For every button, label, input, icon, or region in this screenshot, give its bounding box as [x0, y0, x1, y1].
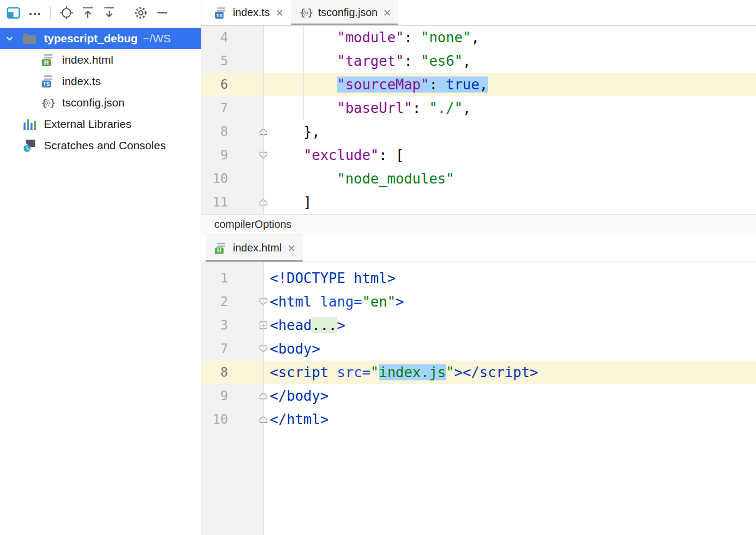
tab-index-ts[interactable]: TSindex.ts× — [206, 0, 291, 25]
tree-item-label: External Libraries — [44, 118, 131, 131]
svg-text:H: H — [217, 247, 222, 254]
code-text[interactable]: "module": "none", — [263, 26, 756, 49]
file-ts-icon: TS — [40, 73, 56, 89]
chevron-down-icon[interactable] — [4, 33, 21, 44]
folded-region-icon[interactable] — [258, 320, 269, 331]
breadcrumb-bar: compilerOptions — [201, 214, 756, 234]
line-number: 1 — [201, 266, 228, 290]
code-text[interactable]: "exclude": [ — [263, 143, 756, 167]
file-html-icon: H — [40, 52, 56, 68]
tsconfig-code-area: 4 "module": "none",5 "target": "es6",6 "… — [201, 26, 756, 214]
fold-gutter — [228, 384, 263, 408]
code-line: 8<script src="index.js"></script> — [201, 361, 756, 384]
code-text[interactable]: <head...> — [263, 314, 756, 337]
close-icon[interactable]: × — [276, 6, 283, 19]
code-line: 8 }, — [201, 120, 756, 143]
tree-item-external-libraries[interactable]: External Libraries — [0, 113, 201, 135]
tree-item-label: index.ts — [62, 75, 101, 88]
fold-end-icon[interactable] — [258, 126, 269, 137]
line-number: 8 — [201, 361, 228, 384]
code-text[interactable]: ] — [263, 190, 756, 214]
code-line: 7<body> — [201, 337, 756, 361]
code-line: 5 "target": "es6", — [201, 49, 756, 73]
fold-end-icon[interactable] — [258, 197, 269, 208]
line-number: 7 — [201, 96, 228, 120]
code-text[interactable]: <!DOCTYPE html> — [263, 266, 756, 290]
file-html-icon: H — [213, 241, 228, 256]
tree-item-index-html[interactable]: Hindex.html — [0, 49, 201, 71]
code-line: 4 "module": "none", — [201, 26, 756, 49]
expand-all-icon[interactable] — [99, 3, 119, 23]
code-line: 2<html lang="en"> — [201, 290, 756, 314]
code-line: 6 "sourceMap": true, — [201, 73, 756, 96]
code-text[interactable]: </body> — [263, 384, 756, 408]
close-icon[interactable]: × — [383, 6, 391, 19]
editor-bottom: Hindex.html× 1<!DOCTYPE html>2<html lang… — [201, 234, 756, 535]
breadcrumb[interactable]: compilerOptions — [214, 218, 292, 231]
fold-gutter — [228, 337, 263, 361]
folder-icon — [21, 30, 37, 47]
svg-text:TS: TS — [216, 13, 223, 18]
code-text[interactable]: "node_modules" — [263, 167, 756, 190]
fold-gutter — [228, 73, 263, 96]
tree-item-label: index.html — [62, 54, 114, 66]
tree-item-index-ts[interactable]: TSindex.ts — [0, 71, 201, 92]
code-line: 9</body> — [201, 384, 756, 408]
svg-text:{: { — [300, 7, 305, 18]
tree-item-scratches-and-consoles[interactable]: Scratches and Consoles — [0, 135, 201, 156]
fold-gutter — [228, 408, 263, 431]
fold-gutter — [228, 120, 263, 143]
tab-tsconfig-json[interactable]: {}tsconfig.json× — [291, 0, 398, 25]
indent-guide — [303, 26, 304, 120]
close-icon[interactable]: × — [288, 242, 295, 255]
line-number: 5 — [201, 49, 228, 73]
svg-text:{: { — [41, 97, 47, 109]
tab-label: index.html — [233, 242, 282, 254]
fold-start-icon[interactable] — [258, 296, 269, 307]
tree-item-label: tsconfig.json — [62, 96, 125, 109]
tsconfig-lines: 4 "module": "none",5 "target": "es6",6 "… — [201, 26, 756, 214]
editor-top: TSindex.ts×{}tsconfig.json× 4 "module": … — [201, 0, 756, 234]
line-number: 9 — [201, 384, 228, 408]
tree-item-typescript-debug[interactable]: typescript_debug~/WS — [0, 28, 201, 49]
svg-text:TS: TS — [43, 81, 50, 87]
line-number: 10 — [201, 408, 228, 431]
html-code-area: 1<!DOCTYPE html>2<html lang="en">3<head.… — [201, 262, 756, 535]
hide-panel-icon[interactable] — [152, 3, 172, 23]
file-ts-icon: TS — [213, 5, 228, 20]
code-line: 10</html> — [201, 408, 756, 431]
project-toolbar — [0, 0, 201, 26]
tab-index-html[interactable]: Hindex.html× — [206, 234, 303, 262]
tab-label: index.ts — [233, 6, 270, 19]
code-text[interactable]: <body> — [263, 337, 756, 361]
svg-text:}: } — [308, 7, 313, 18]
fold-end-icon[interactable] — [258, 391, 269, 401]
editor-area: TSindex.ts×{}tsconfig.json× 4 "module": … — [201, 0, 756, 535]
fold-start-icon[interactable] — [258, 343, 269, 354]
tree-item-label: typescript_debug — [44, 32, 138, 45]
html-lines: 1<!DOCTYPE html>2<html lang="en">3<head.… — [201, 266, 756, 431]
code-text[interactable]: "sourceMap": true, — [263, 73, 756, 96]
code-text[interactable]: <script src="index.js"></script> — [263, 361, 756, 384]
code-text[interactable]: "baseUrl": "./", — [263, 96, 756, 120]
code-text[interactable]: <html lang="en"> — [263, 290, 756, 314]
code-line: 3<head...> — [201, 314, 756, 337]
code-text[interactable]: "target": "es6", — [263, 49, 756, 73]
collapse-all-icon[interactable] — [78, 3, 98, 23]
fold-start-icon[interactable] — [258, 150, 269, 160]
fold-gutter — [228, 96, 263, 120]
fold-end-icon[interactable] — [258, 414, 269, 425]
fold-gutter — [228, 143, 263, 167]
settings-gear-icon[interactable] — [131, 3, 151, 23]
code-text[interactable]: </html> — [263, 408, 756, 431]
locate-file-icon[interactable] — [56, 3, 77, 23]
code-line: 7 "baseUrl": "./", — [201, 96, 756, 120]
code-line: 9 "exclude": [ — [201, 143, 756, 167]
tree-item-tsconfig-json[interactable]: {}tsconfig.json — [0, 92, 201, 113]
project-tool-window-icon[interactable] — [3, 3, 24, 23]
code-text[interactable]: }, — [263, 120, 756, 143]
line-number: 10 — [201, 167, 228, 190]
editor-bottom-tab-bar: Hindex.html× — [201, 234, 756, 262]
line-number: 3 — [201, 314, 228, 337]
more-options-icon[interactable] — [25, 3, 45, 23]
